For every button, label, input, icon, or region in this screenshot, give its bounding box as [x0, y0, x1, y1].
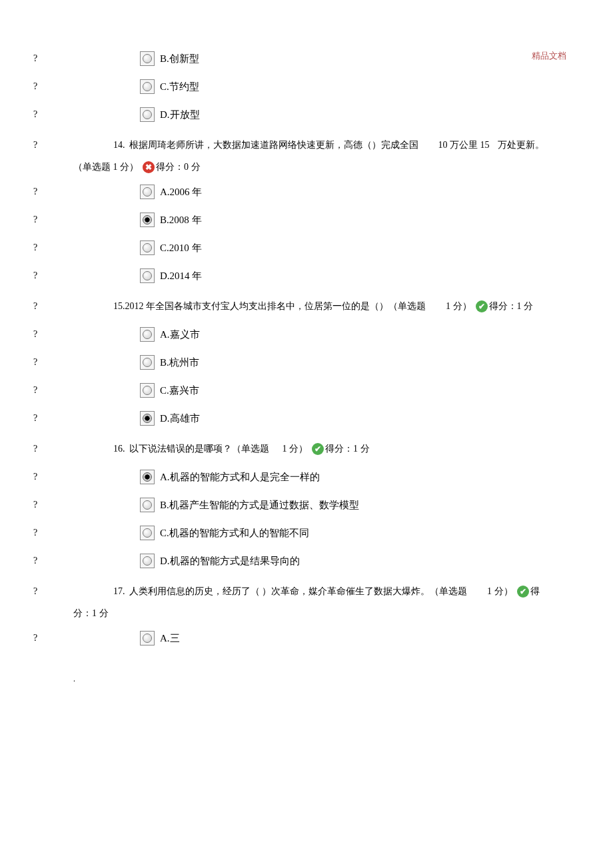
wrong-icon: ✖: [143, 161, 155, 173]
radio-checked-icon[interactable]: [140, 411, 155, 426]
option-row: ? A.三: [33, 629, 580, 648]
correct-icon: ✔: [476, 300, 488, 312]
option-label: A.三: [160, 632, 180, 645]
question-number: 16.: [113, 440, 125, 458]
option-row: ? B.机器产生智能的方式是通过数据、数学模型: [33, 496, 580, 514]
option-label: B.2008 年: [160, 214, 202, 226]
bullet: ?: [33, 109, 60, 120]
radio-unchecked-icon[interactable]: [140, 240, 155, 255]
radio-unchecked-icon[interactable]: [140, 107, 155, 122]
option-label: D.高雄市: [160, 412, 200, 425]
meta-text: 1 分）: [283, 440, 308, 458]
bullet: ?: [33, 53, 60, 64]
option-label: C.2010 年: [160, 242, 202, 254]
radio-unchecked-icon[interactable]: [140, 51, 155, 66]
option-label: C.机器的智能方式和人的智能不同: [160, 527, 309, 540]
option-label: C.嘉兴市: [160, 384, 199, 397]
option-row: ? A.2006 年: [33, 183, 580, 201]
option-label: A.嘉义市: [160, 328, 200, 341]
bullet: ?: [33, 357, 60, 368]
bullet: ?: [33, 329, 60, 340]
option-label: A.机器的智能方式和人是完全一样的: [160, 471, 320, 484]
bullet: ?: [33, 187, 60, 197]
question-meta: （单选题 1 分） ✖ 得分：0 分: [73, 161, 580, 173]
option-row: ? B.杭州市: [33, 353, 580, 372]
bullet: ?: [33, 297, 60, 316]
watermark: 精品文档: [532, 50, 566, 62]
meta-text: （单选题 1 分）: [73, 161, 139, 173]
question-meta: 分：1 分: [73, 608, 580, 620]
question-stem: ? 15. 2012 年全国各城市支付宝人均支出排名中，位居第一位的是（）（单选…: [33, 297, 580, 316]
question-stem: ? 14. 根据周琦老师所讲，大数据加速道路网络快速更新，高德（）完成全国 10…: [33, 136, 580, 155]
radio-unchecked-icon[interactable]: [140, 185, 155, 199]
option-label: A.2006 年: [160, 186, 202, 199]
radio-unchecked-icon[interactable]: [140, 383, 155, 398]
bullet: ?: [33, 440, 60, 458]
correct-icon: ✔: [312, 443, 324, 455]
option-label: D.2014 年: [160, 270, 202, 282]
option-label: B.机器产生智能的方式是通过数据、数学模型: [160, 499, 359, 512]
option-row: ? C.节约型: [33, 77, 580, 96]
option-row: ? C.机器的智能方式和人的智能不同: [33, 524, 580, 542]
option-row: ? A.机器的智能方式和人是完全一样的: [33, 468, 580, 486]
radio-unchecked-icon[interactable]: [140, 355, 155, 370]
option-row: ? B.2008 年: [33, 211, 580, 229]
bullet: ?: [33, 81, 60, 92]
option-row: ? A.嘉义市: [33, 325, 580, 344]
question-stem: ? 16. 以下说法错误的是哪项？（单选题 1 分） ✔ 得分：1 分: [33, 440, 580, 458]
radio-unchecked-icon[interactable]: [140, 79, 155, 94]
bullet: ?: [33, 385, 60, 396]
option-row: ? D.机器的智能方式是结果导向的: [33, 552, 580, 570]
score-label: 得: [530, 582, 540, 601]
question-text: 10 万公里 15: [438, 136, 490, 155]
bullet: ?: [33, 270, 60, 281]
score-label: 分：1 分: [73, 608, 109, 620]
option-label: B.杭州市: [160, 356, 199, 369]
radio-unchecked-icon[interactable]: [140, 327, 155, 342]
correct-icon: ✔: [517, 586, 529, 598]
option-row: ? D.2014 年: [33, 266, 580, 285]
question-number: 15.: [113, 297, 125, 316]
bullet: ?: [33, 215, 60, 225]
question-stem: ? 17. 人类利用信息的历史，经历了（ ）次革命，媒介革命催生了数据大爆炸。（…: [33, 582, 580, 601]
option-label: B.创新型: [160, 53, 199, 65]
bullet: ?: [33, 242, 60, 253]
bullet: ?: [33, 413, 60, 424]
score-label: 得分：0 分: [156, 161, 201, 173]
question-number: 17.: [113, 582, 125, 601]
question-number: 14.: [113, 136, 125, 155]
option-label: D.机器的智能方式是结果导向的: [160, 555, 300, 568]
bullet: ?: [33, 556, 60, 566]
radio-unchecked-icon[interactable]: [140, 631, 155, 646]
question-text: 万处更新。: [498, 136, 544, 155]
document-page: ? B.创新型 ? C.节约型 ? D.开放型 ? 14. 根据周琦老师所讲，大…: [0, 0, 613, 711]
meta-text: 1 分）: [446, 297, 472, 316]
bullet: ?: [33, 136, 60, 155]
bullet: ?: [33, 472, 60, 482]
meta-text: 1 分）: [487, 582, 513, 601]
bullet: ?: [33, 500, 60, 510]
radio-unchecked-icon[interactable]: [140, 554, 155, 568]
question-text: 以下说法错误的是哪项？（单选题: [129, 440, 269, 458]
radio-checked-icon[interactable]: [140, 213, 155, 227]
radio-unchecked-icon[interactable]: [140, 526, 155, 540]
option-label: D.开放型: [160, 109, 200, 121]
radio-unchecked-icon[interactable]: [140, 498, 155, 512]
bullet: ?: [33, 582, 60, 601]
score-label: 得分：1 分: [489, 297, 534, 316]
option-row: ? C.嘉兴市: [33, 381, 580, 400]
radio-unchecked-icon[interactable]: [140, 268, 155, 283]
option-row: ? D.高雄市: [33, 409, 580, 428]
question-text: 人类利用信息的历史，经历了（ ）次革命，媒介革命催生了数据大爆炸。（单选题: [129, 582, 468, 601]
bullet: ?: [33, 528, 60, 538]
question-text: 根据周琦老师所讲，大数据加速道路网络快速更新，高德（）完成全国: [129, 136, 418, 155]
footer-dot: .: [73, 674, 580, 684]
option-row: ? C.2010 年: [33, 238, 580, 257]
radio-checked-icon[interactable]: [140, 470, 155, 484]
bullet: ?: [33, 633, 60, 644]
option-row: ? B.创新型: [33, 49, 580, 68]
question-text: 2012 年全国各城市支付宝人均支出排名中，位居第一位的是（）（单选题: [125, 297, 426, 316]
option-label: C.节约型: [160, 81, 199, 93]
option-row: ? D.开放型: [33, 105, 580, 124]
score-label: 得分：1 分: [325, 440, 370, 458]
